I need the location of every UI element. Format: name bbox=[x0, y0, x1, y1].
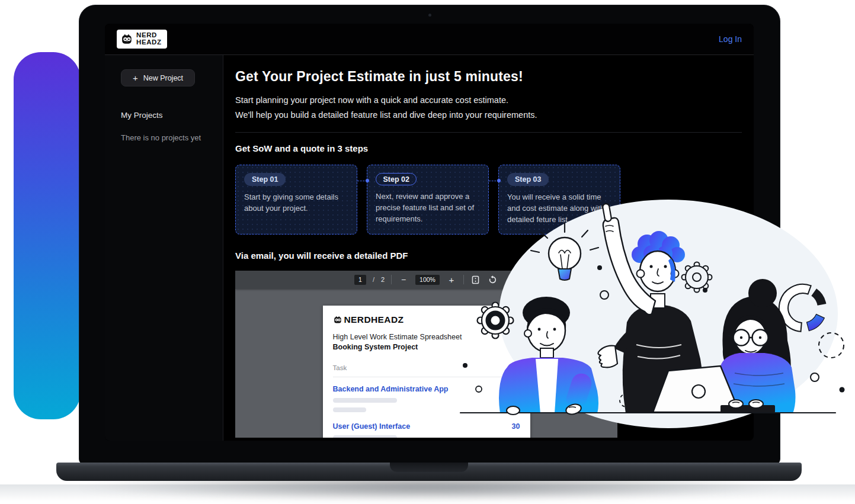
step-connector-2 bbox=[489, 181, 499, 181]
pdf-zoom-level[interactable]: 100% bbox=[415, 275, 440, 285]
pdf-doc-title: Booking System Project bbox=[333, 343, 520, 351]
plus-icon: + bbox=[133, 73, 138, 82]
step-3-badge: Step 03 bbox=[507, 173, 549, 186]
table-row: User (Guest) Interface 30 bbox=[333, 422, 520, 431]
webcam-dot bbox=[428, 14, 431, 17]
zoom-in-icon[interactable]: + bbox=[446, 274, 457, 285]
toolbar-divider bbox=[391, 275, 392, 284]
pdf-doc-logo: NERDHEADZ bbox=[333, 314, 520, 325]
donut-chart-decoration bbox=[779, 284, 826, 332]
step-1-badge: Step 01 bbox=[244, 173, 286, 186]
steps-row: Step 01 Start by giving some details abo… bbox=[235, 165, 620, 235]
rotate-icon[interactable] bbox=[488, 274, 498, 285]
login-link[interactable]: Log In bbox=[719, 34, 742, 44]
skeleton-bar bbox=[333, 435, 397, 438]
pdf-page-separator: / bbox=[373, 276, 374, 283]
brand-logo[interactable]: NERD HEADZ bbox=[117, 30, 167, 48]
pdf-doc-brand: NERDHEADZ bbox=[344, 314, 404, 325]
laptop-base bbox=[56, 463, 802, 481]
pdf-column-header: Task bbox=[333, 364, 520, 371]
floor-haze bbox=[0, 484, 855, 504]
zoom-out-icon[interactable]: − bbox=[398, 274, 409, 285]
step-connector-1 bbox=[357, 181, 367, 181]
laptop-lid: NERD HEADZ Log In + New Project My Proje… bbox=[79, 5, 780, 465]
step-card-3: Step 03 You will receive a solid time an… bbox=[498, 165, 620, 235]
pdf-current-page[interactable]: 1 bbox=[354, 275, 366, 285]
pdf-viewer: 1 / 2 − 100% + bbox=[235, 271, 617, 438]
pdf-total-pages: 2 bbox=[381, 276, 385, 283]
projects-empty-state: There is no projects yet bbox=[121, 133, 207, 142]
subtitle-line-1: Start planning your project now with a q… bbox=[235, 93, 742, 108]
divider bbox=[333, 377, 520, 377]
owl-logo-icon bbox=[120, 33, 133, 46]
step-2-badge: Step 02 bbox=[376, 173, 417, 185]
subtitle-line-2: We'll help you build a detailed feature … bbox=[235, 108, 742, 123]
step-card-2: Step 02 Next, review and approve a preci… bbox=[367, 165, 489, 235]
gradient-decoration bbox=[14, 52, 81, 419]
sidebar: + New Project My Projects There is no pr… bbox=[105, 55, 223, 441]
skeleton-bar bbox=[333, 398, 397, 403]
page-subtitle: Start planning your project now with a q… bbox=[235, 93, 742, 122]
pdf-toolbar: 1 / 2 − 100% + bbox=[235, 271, 617, 289]
table-row: Backend and Administrative App bbox=[333, 385, 520, 393]
app-screen: NERD HEADZ Log In + New Project My Proje… bbox=[105, 24, 754, 441]
step-3-text: You will receive a solid time and cost e… bbox=[507, 192, 611, 226]
brand-wordmark: NERD HEADZ bbox=[136, 32, 162, 46]
fit-page-icon[interactable] bbox=[470, 274, 481, 285]
pdf-document-page: NERDHEADZ High Level Work Estimate Sprea… bbox=[323, 306, 530, 438]
pdf-section-heading: Via email, you will receive a detailed P… bbox=[235, 251, 742, 261]
page: NERD HEADZ Log In + New Project My Proje… bbox=[0, 0, 855, 504]
pdf-doc-subtitle: High Level Work Estimate Spreadsheet bbox=[333, 333, 520, 341]
page-title: Get Your Project Estimate in just 5 minu… bbox=[235, 69, 742, 85]
my-projects-label: My Projects bbox=[121, 111, 207, 120]
step-1-text: Start by giving some details about your … bbox=[244, 192, 348, 214]
laptop-base-notch bbox=[390, 463, 468, 472]
task-value: 30 bbox=[512, 422, 520, 431]
step-2-text: Next, review and approve a precise featu… bbox=[376, 191, 480, 225]
toolbar-divider bbox=[463, 275, 464, 284]
brand-line-2: HEADZ bbox=[136, 39, 162, 46]
steps-heading: Get SoW and a quote in 3 steps bbox=[235, 143, 742, 153]
owl-logo-icon bbox=[333, 315, 342, 325]
topbar: NERD HEADZ Log In bbox=[105, 24, 754, 55]
step-card-1: Step 01 Start by giving some details abo… bbox=[235, 165, 357, 235]
new-project-button[interactable]: + New Project bbox=[121, 69, 195, 86]
task-name: Backend and Administrative App bbox=[333, 385, 449, 393]
task-name: User (Guest) Interface bbox=[333, 422, 411, 431]
divider bbox=[235, 132, 742, 133]
new-project-label: New Project bbox=[143, 74, 183, 82]
skeleton-bar bbox=[333, 407, 366, 412]
app-body: + New Project My Projects There is no pr… bbox=[105, 55, 754, 441]
main-content: Get Your Project Estimate in just 5 minu… bbox=[223, 55, 754, 441]
